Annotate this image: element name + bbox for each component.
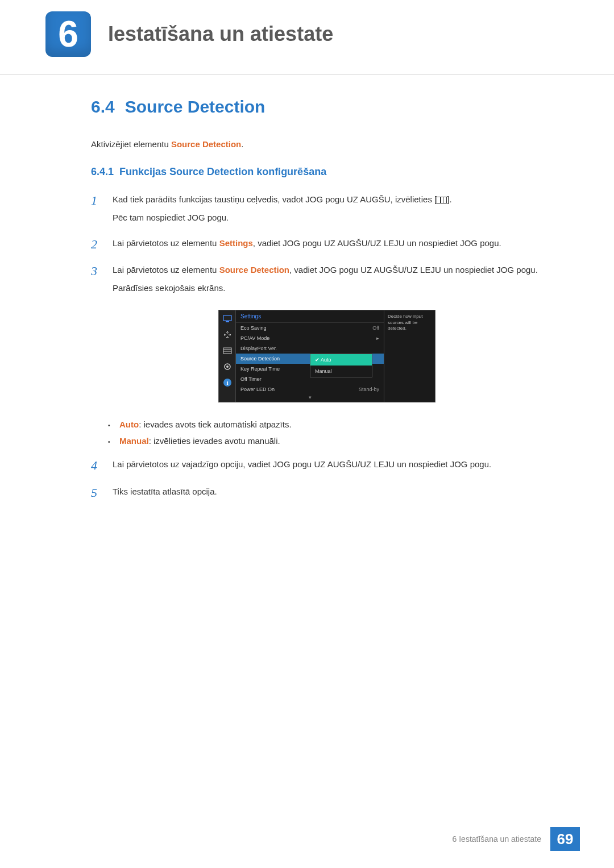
step-5-text: Tiks iestatīta atlasītā opcija.: [113, 484, 217, 499]
chapter-number-badge: 6: [45, 11, 91, 57]
step-2-text-a: Lai pārvietotos uz elementu: [113, 238, 219, 248]
bullet-text: : ievades avots tiek automātiski atpazīt…: [139, 420, 291, 429]
chapter-header: 6 Iestatīšana un atiestate: [0, 0, 614, 74]
info-icon: i: [222, 377, 233, 388]
svg-rect-1: [226, 321, 229, 322]
page-footer: 6 Iestatīšana un atiestate 69: [453, 827, 580, 851]
osd-row-source-detection: Source Detection Auto Manual: [236, 354, 384, 364]
footer-page-number: 69: [550, 827, 580, 851]
bullet-manual: Manual: izvēlieties ievades avotu manuāl…: [108, 436, 563, 446]
step-4: 4 Lai pārvietotos uz vajadzīgo opciju, v…: [91, 457, 563, 476]
menu-icon: [437, 197, 447, 203]
osd-row-powerled: Power LED OnStand-by: [236, 384, 384, 394]
step-number: 5: [91, 482, 108, 503]
osd-row-dp: DisplayPort Ver.: [236, 343, 384, 354]
step-3-text-a: Lai pārvietotos uz elementu: [113, 265, 219, 275]
section-heading: 6.4Source Detection: [91, 97, 563, 117]
resize-icon: [222, 330, 233, 340]
step-number: 4: [91, 455, 108, 476]
section-title: Source Detection: [125, 97, 265, 116]
subsection-number: 6.4.1: [91, 166, 114, 177]
list-icon: [222, 346, 233, 356]
osd-down-arrow-icon: ▾: [236, 394, 384, 402]
step-4-text: Lai pārvietotos uz vajadzīgo opciju, vad…: [113, 457, 491, 472]
step-3-line2: Parādīsies sekojošais ekrāns.: [113, 281, 538, 296]
osd-label: Power LED On: [240, 387, 275, 392]
osd-screenshot: i Settings Eco SavingOff PC/AV Mode▸ Dis…: [91, 310, 563, 402]
gear-icon: [222, 362, 233, 372]
intro-prefix: Aktivizējiet elementu: [91, 139, 171, 149]
bullet-text: : izvēlieties ievades avotu manuāli.: [149, 436, 280, 446]
osd-value: Stand-by: [359, 387, 379, 392]
osd-option-auto: Auto: [310, 354, 372, 366]
osd-popup: Auto Manual: [310, 354, 372, 377]
osd-label: Off Timer: [240, 376, 262, 382]
osd-label: Key Repeat Time: [240, 366, 280, 372]
intro-keyword: Source Detection: [171, 139, 241, 149]
bullet-auto: Auto: ievades avots tiek automātiski atp…: [108, 420, 563, 429]
step-5: 5 Tiks iestatīta atlasītā opcija.: [91, 484, 563, 503]
svg-text:i: i: [226, 379, 228, 386]
osd-sidebar: i: [219, 310, 236, 402]
osd-row-pcav: PC/AV Mode▸: [236, 333, 384, 343]
svg-point-6: [226, 366, 229, 368]
step-1-text-a: Kad tiek parādīts funkcijas taustiņu ceļ…: [113, 194, 437, 204]
subsection-heading: 6.4.1 Funkcijas Source Detection konfigu…: [91, 166, 563, 178]
step-1: 1 Kad tiek parādīts funkcijas taustiņu c…: [91, 192, 563, 228]
osd-help-text: Decide how input sources will be detecte…: [384, 310, 435, 402]
bullet-keyword: Auto: [119, 420, 139, 429]
bullet-keyword: Manual: [119, 436, 149, 446]
step-3-keyword: Source Detection: [219, 265, 289, 275]
osd-label: Source Detection: [240, 356, 280, 362]
intro-text: Aktivizējiet elementu Source Detection.: [91, 139, 563, 149]
osd-label: PC/AV Mode: [240, 335, 269, 341]
osd-main-panel: Settings Eco SavingOff PC/AV Mode▸ Displ…: [236, 310, 384, 402]
subsection-title: Funkcijas Source Detection konfigurēšana: [119, 166, 326, 177]
step-1-text-b: ].: [447, 194, 451, 204]
osd-title: Settings: [236, 310, 384, 323]
osd-row-eco: Eco SavingOff: [236, 323, 384, 333]
footer-chapter-text: 6 Iestatīšana un atiestate: [453, 834, 541, 844]
intro-suffix: .: [241, 139, 243, 149]
svg-rect-0: [223, 315, 231, 321]
step-2-keyword: Settings: [219, 238, 253, 248]
osd-option-manual: Manual: [310, 366, 372, 377]
osd-label: DisplayPort Ver.: [240, 346, 277, 351]
step-1-line2: Pēc tam nospiediet JOG pogu.: [113, 210, 452, 225]
steps-list-cont: 4 Lai pārvietotos uz vajadzīgo opciju, v…: [91, 457, 563, 503]
svg-rect-2: [223, 348, 231, 354]
step-2-text-b: , vadiet JOG pogu UZ AUGŠU/UZ LEJU un no…: [253, 238, 501, 248]
osd-value: Off: [372, 325, 379, 331]
step-number: 2: [91, 234, 108, 255]
section-number: 6.4: [91, 97, 115, 116]
step-number: 3: [91, 260, 108, 281]
step-3-text-b: , vadiet JOG pogu UZ AUGŠU/UZ LEJU un no…: [289, 265, 538, 275]
page-content: 6.4Source Detection Aktivizējiet element…: [0, 97, 614, 503]
monitor-icon: [222, 314, 233, 324]
step-number: 1: [91, 190, 108, 211]
option-bullets: Auto: ievades avots tiek automātiski atp…: [108, 420, 563, 446]
osd-value: ▸: [376, 335, 379, 341]
osd-label: Eco Saving: [240, 325, 267, 331]
chapter-title: Iestatīšana un atiestate: [108, 22, 333, 46]
step-3: 3 Lai pārvietotos uz elementu Source Det…: [91, 263, 563, 298]
steps-list: 1 Kad tiek parādīts funkcijas taustiņu c…: [91, 192, 563, 298]
step-2: 2 Lai pārvietotos uz elementu Settings, …: [91, 236, 563, 255]
